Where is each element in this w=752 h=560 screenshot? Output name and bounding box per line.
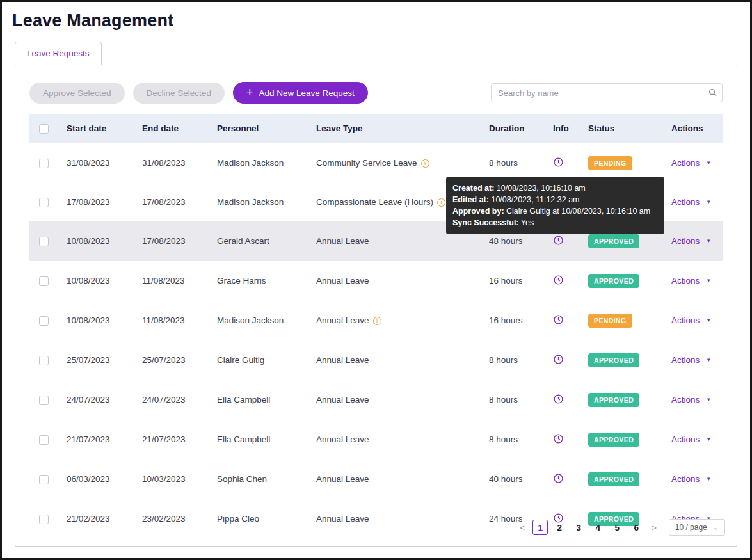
tab-leave-requests[interactable]: Leave Requests: [15, 42, 102, 65]
row-checkbox[interactable]: [39, 515, 49, 524]
col-actions: Actions: [666, 114, 723, 143]
pagination-page-2[interactable]: 2: [552, 520, 567, 535]
table-row: 21/07/202321/07/2023Ella CampbellAnnual …: [29, 420, 723, 460]
leave-type-cell: Annual Leave: [311, 420, 484, 460]
personnel-cell: Sophia Chen: [212, 460, 311, 499]
info-icon[interactable]: i: [437, 198, 445, 207]
actions-button[interactable]: Actions▼: [671, 276, 711, 285]
actions-cell: Actions▼: [666, 460, 723, 499]
status-badge: APPROVED: [588, 433, 639, 447]
actions-button[interactable]: Actions▼: [671, 435, 711, 444]
page-title: Leave Management: [2, 2, 750, 31]
pagination-page-3[interactable]: 3: [571, 520, 586, 535]
clock-icon[interactable]: [553, 394, 564, 404]
decline-selected-button[interactable]: Decline Selected: [133, 83, 225, 104]
start-date-cell: 10/08/2023: [61, 221, 137, 261]
row-checkbox[interactable]: [39, 276, 49, 286]
actions-button[interactable]: Actions▼: [671, 236, 711, 246]
pagination-next[interactable]: >: [648, 523, 660, 532]
status-badge: PENDING: [588, 314, 632, 328]
row-checkbox[interactable]: [39, 435, 49, 445]
select-all-checkbox[interactable]: [39, 124, 49, 134]
chevron-down-icon: ⌄: [713, 524, 719, 531]
clock-icon[interactable]: [553, 433, 564, 444]
row-checkbox[interactable]: [39, 159, 49, 168]
col-info: Info: [548, 114, 583, 143]
actions-button[interactable]: Actions▼: [671, 474, 711, 484]
clock-icon[interactable]: [553, 275, 564, 285]
info-icon[interactable]: i: [373, 317, 381, 325]
row-checkbox[interactable]: [39, 198, 49, 207]
search-box: [491, 83, 723, 102]
end-date-cell: 21/07/2023: [137, 420, 212, 460]
pagination-page-6[interactable]: 6: [628, 520, 644, 535]
info-tooltip: Created at: 10/08/2023, 10:16:10 am Edit…: [446, 177, 664, 234]
actions-button[interactable]: Actions▼: [671, 395, 711, 404]
clock-icon[interactable]: [553, 314, 564, 325]
pagination-prev[interactable]: <: [517, 523, 529, 532]
start-date-cell: 25/07/2023: [61, 340, 137, 380]
row-checkbox[interactable]: [39, 396, 49, 405]
actions-button[interactable]: Actions▼: [671, 158, 711, 168]
clock-icon[interactable]: [553, 473, 564, 484]
tooltip-edited-at: Edited at: 10/08/2023, 11:12:32 am: [452, 194, 658, 205]
page-size-select[interactable]: 10 / page ⌄: [669, 519, 725, 536]
status-cell: APPROVED: [583, 261, 666, 301]
leave-type-cell: Annual Leavei: [311, 301, 484, 340]
col-end-date: End date: [137, 114, 212, 143]
add-button-label: Add New Leave Request: [259, 88, 354, 98]
personnel-cell: Grace Harris: [212, 261, 311, 301]
chevron-down-icon: ▼: [706, 160, 711, 166]
col-duration: Duration: [484, 114, 548, 143]
status-badge: APPROVED: [588, 353, 639, 367]
row-checkbox[interactable]: [39, 475, 49, 484]
row-checkbox[interactable]: [39, 316, 49, 326]
actions-cell: Actions▼: [666, 143, 723, 183]
status-cell: APPROVED: [583, 340, 666, 380]
table-row: 24/07/202324/07/2023Ella CampbellAnnual …: [29, 380, 723, 420]
end-date-cell: 17/08/2023: [137, 221, 212, 261]
leave-type-cell: Annual Leave: [311, 261, 484, 301]
pagination-page-1[interactable]: 1: [532, 520, 548, 535]
duration-cell: 8 hours: [484, 340, 548, 380]
actions-cell: Actions▼: [666, 261, 723, 301]
status-cell: APPROVED: [583, 380, 666, 420]
col-start-date: Start date: [61, 114, 137, 143]
start-date-cell: 17/08/2023: [61, 183, 137, 221]
info-cell: [548, 261, 583, 301]
actions-button[interactable]: Actions▼: [671, 197, 711, 207]
col-leave-type: Leave Type: [311, 114, 484, 143]
approve-selected-button[interactable]: Approve Selected: [29, 83, 125, 104]
start-date-cell: 06/03/2023: [61, 460, 137, 499]
status-badge: APPROVED: [588, 472, 639, 486]
end-date-cell: 11/08/2023: [137, 261, 212, 301]
clock-icon[interactable]: [553, 235, 564, 246]
row-checkbox[interactable]: [39, 237, 49, 246]
personnel-cell: Madison Jackson: [212, 183, 311, 221]
pagination-page-4[interactable]: 4: [590, 520, 605, 535]
chevron-down-icon: ▼: [706, 476, 711, 482]
add-new-leave-request-button[interactable]: + Add New Leave Request: [233, 82, 368, 104]
clock-icon[interactable]: [553, 354, 564, 365]
actions-button[interactable]: Actions▼: [671, 316, 711, 325]
duration-cell: 16 hours: [484, 301, 548, 340]
search-input[interactable]: [491, 83, 723, 102]
personnel-cell: Madison Jackson: [212, 301, 311, 340]
duration-cell: 8 hours: [484, 420, 548, 460]
actions-cell: Actions▼: [666, 301, 723, 340]
plus-icon: +: [246, 86, 253, 98]
status-cell: APPROVED: [583, 460, 666, 499]
status-badge: APPROVED: [588, 274, 639, 288]
info-icon[interactable]: i: [421, 159, 429, 168]
table-row: 10/08/202311/08/2023Madison JacksonAnnua…: [29, 301, 723, 340]
pagination-pages: 123456: [531, 520, 646, 535]
pagination-page-5[interactable]: 5: [609, 520, 625, 535]
duration-cell: 8 hours: [484, 380, 548, 420]
table-row: 25/07/202325/07/2023Claire GultigAnnual …: [29, 340, 723, 380]
info-cell: [548, 380, 583, 420]
page-size-value: 10 / page: [675, 523, 707, 532]
row-checkbox[interactable]: [39, 356, 49, 365]
clock-icon[interactable]: [553, 157, 564, 168]
leave-type-cell: Annual Leave: [311, 460, 484, 499]
actions-button[interactable]: Actions▼: [671, 355, 711, 365]
